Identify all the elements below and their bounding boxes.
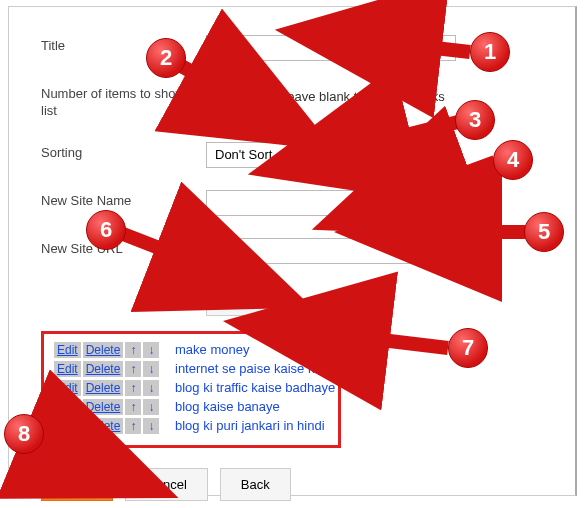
move-up-icon[interactable]: ↑	[125, 380, 141, 396]
back-button[interactable]: Back	[220, 468, 291, 501]
items-label: Number of items to show in list	[41, 83, 206, 120]
annotation-badge-6: 6	[86, 210, 126, 250]
list-item: EditDelete↑↓ blog ki traffic kaise badha…	[54, 380, 328, 395]
add-link-button[interactable]: Add Link	[206, 286, 287, 316]
edit-link[interactable]: Edit	[54, 380, 81, 396]
save-button[interactable]: Save	[41, 468, 113, 501]
items-hint: Leave blank to show all links	[280, 89, 445, 104]
annotation-badge-1: 1	[470, 32, 510, 72]
link-text[interactable]: blog ki puri jankari in hindi	[175, 418, 325, 433]
list-item: EditDelete↑↓ blog ki puri jankari in hin…	[54, 418, 328, 433]
title-input[interactable]	[206, 35, 456, 61]
annotation-badge-7: 7	[448, 328, 488, 368]
sorting-label: Sorting	[41, 142, 206, 162]
annotation-badge-8: 8	[4, 414, 44, 454]
move-up-icon[interactable]: ↑	[125, 342, 141, 358]
delete-link[interactable]: Delete	[83, 361, 124, 377]
edit-link[interactable]: Edit	[54, 399, 81, 415]
items-input[interactable]	[206, 83, 266, 109]
link-text[interactable]: internet se paise kaise kamaye	[175, 361, 353, 376]
link-text[interactable]: make money	[175, 342, 249, 357]
move-down-icon[interactable]: ↓	[143, 418, 159, 434]
config-panel: Title Number of items to show in list Le…	[8, 6, 577, 496]
newurl-input[interactable]	[206, 238, 456, 264]
cancel-button[interactable]: Cancel	[125, 468, 207, 501]
list-item: EditDelete↑↓ blog kaise banaye	[54, 399, 328, 414]
link-text[interactable]: blog ki traffic kaise badhaye	[175, 380, 335, 395]
newurl-label: New Site URL	[41, 238, 206, 258]
links-list-box: EditDelete↑↓ make money EditDelete↑↓ int…	[41, 331, 341, 448]
delete-link[interactable]: Delete	[83, 399, 124, 415]
list-item: EditDelete↑↓ make money	[54, 342, 328, 357]
newsite-label: New Site Name	[41, 190, 206, 210]
move-up-icon[interactable]: ↑	[125, 361, 141, 377]
move-up-icon[interactable]: ↑	[125, 418, 141, 434]
annotation-badge-5: 5	[524, 212, 564, 252]
annotation-badge-2: 2	[146, 38, 186, 78]
list-item: EditDelete↑↓ internet se paise kaise kam…	[54, 361, 328, 376]
delete-link[interactable]: Delete	[83, 342, 124, 358]
newsite-input[interactable]	[206, 190, 456, 216]
delete-link[interactable]: Delete	[83, 380, 124, 396]
move-down-icon[interactable]: ↓	[143, 342, 159, 358]
delete-link[interactable]: Delete	[83, 418, 124, 434]
edit-link[interactable]: Edit	[54, 342, 81, 358]
move-down-icon[interactable]: ↓	[143, 361, 159, 377]
edit-link[interactable]: Edit	[54, 418, 81, 434]
move-down-icon[interactable]: ↓	[143, 380, 159, 396]
link-text[interactable]: blog kaise banaye	[175, 399, 280, 414]
sorting-select[interactable]: Don't Sort	[206, 142, 406, 168]
move-down-icon[interactable]: ↓	[143, 399, 159, 415]
annotation-badge-3: 3	[455, 100, 495, 140]
move-up-icon[interactable]: ↑	[125, 399, 141, 415]
edit-link[interactable]: Edit	[54, 361, 81, 377]
annotation-badge-4: 4	[493, 140, 533, 180]
